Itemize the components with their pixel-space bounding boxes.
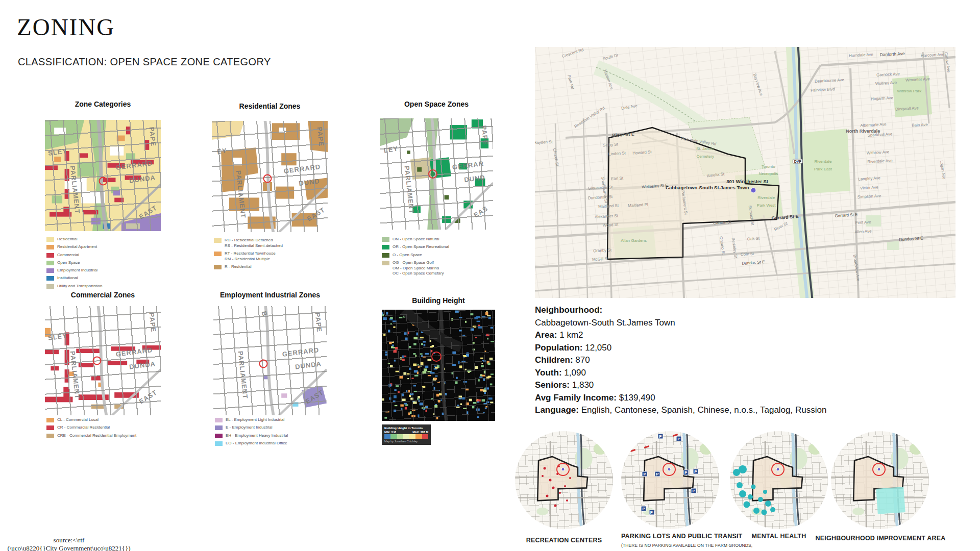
stat-label: Avg Family Income: — [535, 393, 617, 403]
legend-label: ON - Open Space Natural — [393, 237, 439, 242]
gradient-segment — [403, 434, 409, 439]
legend-label: EO - Employment Industrial Office — [226, 441, 287, 446]
legend-swatch — [382, 253, 389, 258]
legend-label: RM - Residential Multiple — [225, 257, 276, 262]
stat-line: Language: English, Cantonese, Spanish, C… — [535, 404, 964, 417]
marker-dot — [564, 485, 566, 487]
parking-transit-note: (THERE IS NO PARKING AVAILABLE ON THE FA… — [621, 542, 769, 551]
legend-item: ON - Open Space Natural — [382, 237, 449, 242]
bh-min: MIN: 3 M — [384, 431, 396, 434]
stat-value: 12,050 — [585, 343, 611, 353]
bh-credit: Map by Jonathan Critchley — [384, 440, 428, 443]
gradient-segment — [390, 434, 397, 439]
parking-marker: P — [693, 468, 698, 474]
parking-marker: P — [691, 488, 697, 494]
open-space-zones-legend: ON - Open Space NaturalOR - Open Space R… — [382, 237, 449, 279]
marker-dot — [762, 510, 767, 515]
stat-label: Children: — [535, 355, 573, 365]
legend-lines: Residential Apartment — [57, 244, 97, 250]
improvement-area-shape — [876, 487, 905, 515]
open-space-zones-map: LEYPARLIAMENTGERRARDUNDEASPAPE — [380, 118, 493, 230]
marker-dot — [552, 487, 554, 489]
legend-lines: CRE - Commercial Residential Employment — [57, 433, 136, 439]
zone-categories-map: SLEYPARLIAMENTGERRARDDUNDAEASTPAPE — [45, 120, 161, 231]
legend-label: OC - Open Space Cemetary — [393, 271, 444, 277]
main-map-canvas — [535, 47, 955, 298]
legend-label: Institutional — [57, 276, 78, 281]
legend-swatch — [46, 268, 54, 273]
gradient-segment — [409, 434, 415, 439]
location-ring-marker — [259, 360, 267, 368]
stat-label: Population: — [535, 343, 582, 353]
legend-label: Commercial — [57, 253, 79, 258]
stat-label: Seniors: — [535, 380, 570, 390]
legend-label: O - Open Space — [393, 253, 422, 258]
legend-label: CL - Commercial Local — [57, 417, 99, 423]
legend-item: Residential — [46, 237, 103, 242]
legend-lines: OR - Open Space Recreational — [393, 244, 449, 250]
legend-lines: O - Open Space — [393, 253, 422, 258]
legend-item: E - Employment Industrial — [215, 425, 288, 431]
legend-swatch — [46, 253, 54, 258]
marker-dot — [543, 467, 546, 469]
legend-label: EH - Employment Heavy Industrial — [226, 433, 288, 439]
legend-label: RD - Residential Detached — [225, 238, 283, 243]
legend-lines: R - Residential — [225, 264, 251, 270]
legend-swatch — [46, 245, 54, 249]
neighbourhood-name: Cabbagetown-South St.James Town — [535, 317, 964, 330]
building-height-title: Building Height — [382, 296, 495, 305]
parking-marker: P — [649, 510, 654, 515]
legend-swatch — [214, 252, 222, 256]
legend-label: RT - Residential Townhouse — [225, 251, 276, 257]
legend-label: Residential — [57, 237, 78, 242]
transit-marker — [627, 445, 632, 448]
transit-marker — [630, 449, 635, 452]
commercial-zones-map: SLEYPARLIAMENTGERRARDDUNDAEASTPAPE — [45, 306, 161, 415]
marker-dot — [751, 485, 756, 489]
marker-dot — [753, 508, 760, 514]
legend-lines: Commercial — [57, 253, 79, 258]
stat-line: Children: 870 — [535, 354, 964, 367]
stat-value: English, Cantonese, Spanish, Chinese, n.… — [581, 405, 827, 415]
legend-lines: ON - Open Space Natural — [393, 237, 439, 242]
legend-swatch — [214, 265, 222, 269]
residential-zones-map: EYPARLIAMENTGERRARDDUNDEASTPAPE — [212, 121, 328, 232]
legend-swatch — [215, 425, 223, 430]
legend-label: EL - Employment Light Industrial — [226, 417, 284, 423]
building-height-map — [382, 310, 495, 421]
legend-swatch — [46, 276, 54, 281]
address-dot-marker — [561, 467, 565, 471]
legend-item: Commercial — [46, 253, 103, 258]
address-dot-marker — [751, 188, 756, 193]
residential-zones-legend: RD - Residential DetachedRS - Residentia… — [214, 238, 283, 272]
legend-item: Open Space — [46, 260, 103, 266]
legend-item: R - Residential — [214, 264, 283, 270]
legend-item: RD - Residential DetachedRS - Residentia… — [214, 238, 283, 249]
stat-line: Seniors: 1,830 — [535, 379, 964, 392]
legend-swatch — [46, 434, 54, 438]
legend-swatch — [215, 418, 223, 422]
marker-dot — [554, 504, 556, 507]
stat-value: 870 — [575, 355, 590, 365]
legend-swatch — [46, 418, 54, 422]
recreation-markers — [515, 431, 613, 529]
legend-item: Employment Industrial — [46, 268, 103, 273]
legend-lines: Open Space — [57, 260, 80, 266]
zone-categories-legend: ResidentialResidential ApartmentCommerci… — [46, 237, 103, 291]
parking-marker: P — [641, 506, 647, 511]
neighbourhood-info-panel: Neighbourhood: Cabbagetown-South St.Jame… — [535, 304, 964, 417]
legend-item: EL - Employment Light Industrial — [215, 417, 288, 423]
legend-item: Residential Apartment — [46, 244, 103, 250]
stat-label: Language: — [535, 405, 579, 415]
caption-recreation-centers: RECREATION CENTERS — [515, 537, 613, 544]
marker-dot — [770, 507, 775, 512]
zone-categories-title: Zone Categories — [45, 100, 161, 108]
marker-dot — [765, 500, 771, 507]
location-ring-marker — [428, 169, 437, 179]
location-ring-marker — [99, 177, 107, 185]
legend-label: R - Residential — [225, 264, 251, 270]
legend-label: Utility and Transportation — [57, 284, 103, 289]
legend-item: Institutional — [46, 276, 103, 281]
mental-health-markers — [730, 431, 828, 529]
address-dot-marker — [776, 467, 780, 471]
